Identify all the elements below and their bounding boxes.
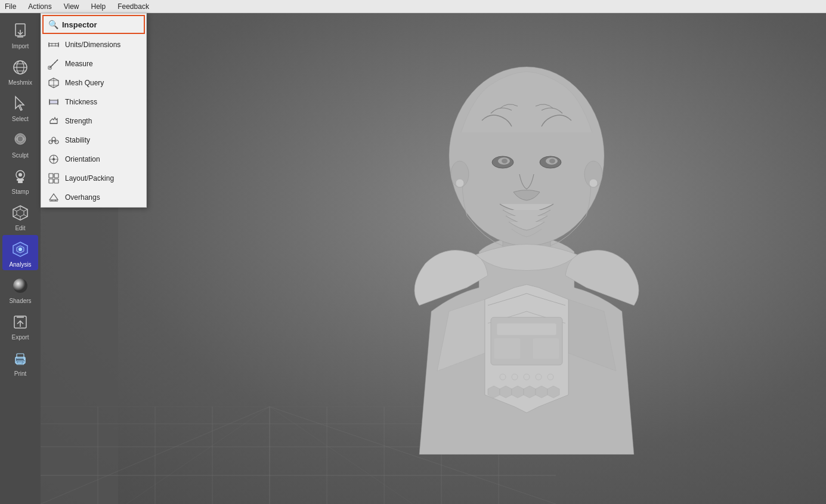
edit-icon [10, 202, 31, 224]
meshmix-icon [10, 57, 31, 78]
menu-item-thickness[interactable]: Thickness [41, 92, 146, 112]
svg-line-44 [54, 62, 55, 63]
svg-rect-13 [17, 179, 24, 181]
mesh-query-icon [47, 76, 60, 89]
select-label: Select [12, 116, 29, 122]
svg-rect-32 [17, 361, 24, 364]
menu-help[interactable]: Help [89, 2, 109, 11]
svg-rect-65 [54, 174, 58, 178]
menu-file[interactable]: File [2, 2, 18, 11]
menu-item-strength[interactable]: Strength [41, 112, 146, 131]
orientation-icon [47, 153, 60, 166]
svg-point-104 [524, 374, 530, 380]
export-label: Export [12, 334, 29, 341]
stability-label: Stability [65, 136, 90, 144]
svg-line-19 [24, 215, 27, 217]
measure-label: Measure [65, 60, 93, 68]
analysis-icon [10, 239, 31, 260]
svg-point-25 [18, 248, 22, 251]
stamp-icon [10, 166, 31, 187]
layout-packing-icon [47, 172, 60, 185]
menu-item-overhangs[interactable]: Overhangs [41, 188, 146, 207]
svg-point-35 [24, 358, 26, 360]
overhangs-icon [47, 191, 60, 204]
svg-rect-66 [49, 179, 53, 183]
svg-point-105 [536, 374, 542, 380]
menu-item-units-dimensions[interactable]: Units/Dimensions [41, 35, 146, 54]
menu-bar: File Actions View Help Feedback [0, 0, 826, 13]
thickness-icon [47, 95, 60, 109]
menu-item-layout-packing[interactable]: Layout/Packing [41, 169, 146, 188]
svg-line-41 [50, 60, 58, 68]
units-icon [47, 38, 60, 51]
thickness-label: Thickness [65, 98, 97, 106]
svg-rect-67 [54, 179, 58, 183]
sculpt-icon [10, 129, 31, 151]
3d-model [372, 25, 682, 457]
svg-point-93 [549, 159, 555, 163]
measure-icon [47, 57, 60, 70]
svg-marker-16 [17, 209, 24, 217]
search-icon: 🔍 [48, 20, 58, 29]
left-sidebar: Import Meshmix Select [0, 13, 41, 504]
select-icon [10, 93, 31, 115]
svg-point-96 [456, 179, 464, 187]
stamp-label: Stamp [12, 188, 29, 195]
sidebar-btn-analysis[interactable]: Analysis [2, 235, 38, 270]
svg-rect-101 [533, 338, 559, 359]
shaders-icon [10, 275, 31, 296]
sidebar-btn-edit[interactable]: Edit [2, 199, 38, 234]
svg-line-22 [13, 209, 17, 211]
menu-item-orientation[interactable]: Orientation [41, 150, 146, 169]
svg-point-102 [500, 374, 506, 380]
menu-item-measure[interactable]: Measure [41, 54, 146, 73]
strength-label: Strength [65, 117, 92, 125]
overhangs-label: Overhangs [65, 193, 100, 202]
menu-item-stability[interactable]: Stability [41, 131, 146, 150]
svg-rect-64 [49, 174, 53, 178]
svg-line-43 [52, 64, 53, 66]
menu-view[interactable]: View [61, 2, 82, 11]
export-icon [10, 311, 31, 333]
strength-icon [47, 115, 60, 128]
sidebar-btn-import[interactable]: Import [2, 17, 38, 52]
svg-line-21 [13, 215, 17, 217]
analysis-dropdown: 🔍 Inspector Units/Dimensions [41, 13, 147, 208]
sidebar-btn-select[interactable]: Select [2, 89, 38, 125]
sidebar-btn-export[interactable]: Export [2, 308, 38, 343]
sidebar-btn-print[interactable]: Print [2, 344, 38, 379]
mesh-query-label: Mesh Query [65, 79, 104, 87]
menu-item-mesh-query[interactable]: Mesh Query [41, 73, 146, 92]
svg-point-26 [13, 279, 27, 293]
print-icon [10, 348, 31, 369]
inspector-title: Inspector [62, 20, 97, 29]
viewport[interactable] [41, 13, 826, 504]
svg-line-85 [126, 407, 270, 504]
analysis-label: Analysis [9, 261, 31, 268]
meshmix-label: Meshmix [8, 79, 32, 86]
units-dimensions-label: Units/Dimensions [65, 41, 120, 49]
sidebar-btn-meshmix[interactable]: Meshmix [2, 53, 38, 88]
dropdown-header[interactable]: 🔍 Inspector [42, 15, 145, 34]
sidebar-btn-sculpt[interactable]: Sculpt [2, 126, 38, 161]
svg-line-42 [50, 67, 51, 68]
layout-packing-label: Layout/Packing [65, 174, 114, 183]
svg-line-18 [24, 209, 27, 211]
menu-actions[interactable]: Actions [26, 2, 54, 11]
edit-label: Edit [15, 225, 25, 231]
svg-rect-100 [494, 338, 521, 359]
svg-point-12 [18, 173, 22, 177]
svg-marker-8 [16, 97, 24, 110]
import-label: Import [12, 43, 29, 50]
sidebar-btn-stamp[interactable]: Stamp [2, 162, 38, 197]
svg-point-106 [547, 374, 553, 380]
shaders-label: Shaders [9, 298, 31, 304]
sculpt-label: Sculpt [12, 152, 29, 159]
svg-rect-14 [18, 181, 23, 183]
svg-point-92 [502, 159, 508, 163]
svg-rect-99 [497, 323, 556, 335]
menu-feedback[interactable]: Feedback [115, 2, 151, 11]
stability-icon [47, 134, 60, 147]
svg-point-55 [52, 137, 55, 141]
sidebar-btn-shaders[interactable]: Shaders [2, 271, 38, 307]
